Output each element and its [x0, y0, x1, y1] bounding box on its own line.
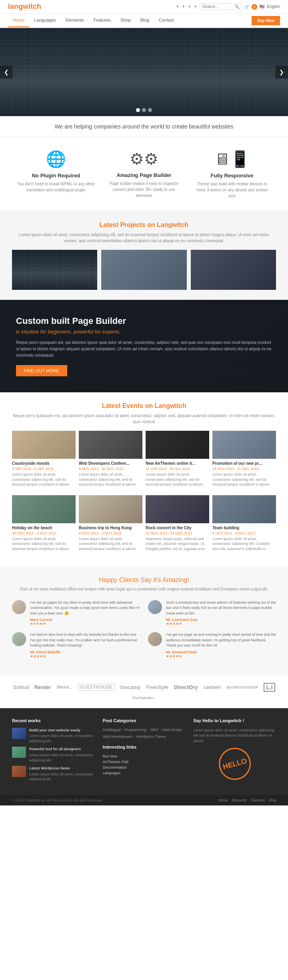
- footer-bottom: © 2015 Copyright by AirThemes.Com, All r…: [0, 795, 288, 805]
- footer-nav-features[interactable]: Features: [250, 798, 265, 802]
- language-label[interactable]: English: [267, 4, 280, 9]
- event-date-8: 6 NOV 2013 · 4 NOV 2013: [212, 531, 276, 535]
- cat-wordpress[interactable]: Wordpress Theme: [136, 735, 166, 739]
- project-item-3[interactable]: [191, 250, 276, 290]
- partners-section: Solitud Render Marine... GUESTHOUSE fooc…: [0, 675, 288, 708]
- partner-guesthouse[interactable]: GUESTHOUSE: [78, 684, 115, 691]
- testimonial-4: I've get my page up and running in prett…: [148, 632, 276, 658]
- partner-render[interactable]: Render: [34, 685, 51, 690]
- partner-foocamp[interactable]: foocamp: [120, 684, 140, 690]
- recent-work-text-1: Build your own website easily Lorem ipsu…: [29, 728, 95, 744]
- event-image-2[interactable]: [79, 431, 142, 459]
- nav-item-home[interactable]: Home: [8, 14, 29, 27]
- footer: Recent works Build your own website easi…: [0, 708, 288, 795]
- event-item-8: Team building 6 NOV 2013 · 4 NOV 2013 Lo…: [212, 495, 276, 552]
- cat-programming[interactable]: Programming: [125, 728, 146, 732]
- partner-freestyle[interactable]: FreeStyle: [146, 684, 168, 690]
- recent-work-desc-3: Lorem ipsum dolor sit amet, consectetur …: [29, 772, 95, 782]
- event-image-6[interactable]: [79, 495, 142, 523]
- partner-solitud[interactable]: Solitud: [13, 684, 29, 690]
- footer-link-documentation[interactable]: Documentation: [103, 765, 186, 769]
- project-item-1[interactable]: [12, 250, 97, 290]
- feature-title-3: Fully Responsive: [192, 173, 272, 179]
- event-desc-1: Lorem ipsum dolor sit amet, consectetur …: [12, 472, 76, 487]
- nav-item-elements[interactable]: Elements: [61, 14, 89, 27]
- find-out-more-button[interactable]: FIND OUT MORE: [16, 365, 67, 376]
- partner-li[interactable]: L.I: [264, 683, 275, 692]
- social-linkedin-icon[interactable]: ✦: [194, 4, 197, 9]
- events-section: Latest Events on Langwitch Neque porro q…: [0, 392, 288, 566]
- testimonials-col-left: I've set up pages for my client in prett…: [12, 600, 140, 665]
- event-image-3[interactable]: [146, 431, 209, 459]
- recent-work-title-3: Latest Wordpress News: [29, 766, 95, 771]
- projects-title: Latest Projects on Langwitch: [12, 221, 276, 229]
- social-pinterest-icon[interactable]: ✦: [182, 4, 185, 9]
- project-item-2[interactable]: [101, 250, 186, 290]
- hero-next-button[interactable]: ❯: [275, 66, 288, 78]
- search-input[interactable]: [202, 4, 234, 9]
- event-image-8[interactable]: [212, 495, 276, 523]
- hero-dot-1[interactable]: [136, 108, 140, 112]
- feature-desc-1: You don't need to install WPML or any ot…: [16, 181, 96, 193]
- buy-now-button[interactable]: Buy Now: [252, 16, 280, 25]
- features-row: 🌐 No Plugin Required You don't need to i…: [0, 138, 288, 211]
- footer-columns: Recent works Build your own website easi…: [12, 718, 276, 785]
- cat-web-design[interactable]: Web Design: [162, 728, 182, 732]
- event-title-2: Web Developers Confere...: [79, 461, 142, 466]
- testimonial-content-1: I've set up pages for my client in prett…: [30, 600, 140, 626]
- partner-marine[interactable]: Marine...: [57, 685, 72, 689]
- footer-hello: Say Hello to Langwitch ! Lorem ipsum dol…: [193, 718, 276, 785]
- footer-link-airthemes[interactable]: AirThemes Club: [103, 760, 186, 764]
- cat-web-development[interactable]: Web Development: [103, 735, 132, 739]
- search-box[interactable]: 🔍: [200, 3, 242, 10]
- event-image-4[interactable]: [212, 431, 276, 459]
- avatar-1: [12, 600, 26, 614]
- nav-item-features[interactable]: Features: [89, 14, 116, 27]
- social-twitter-icon[interactable]: ✦: [176, 4, 179, 9]
- partner-businessfinder[interactable]: BUSINESSFINDER: [226, 685, 258, 689]
- event-desc-8: Lorem ipsum dolor sit amet, consectetur …: [212, 536, 276, 552]
- testimonials-desc: Duis at vel esse incididunt office est t…: [12, 586, 276, 592]
- projects-desc: Lorem ipsum dolor sit amet, consectetur …: [12, 232, 276, 244]
- footer-nav-blog[interactable]: Blog: [269, 798, 276, 802]
- event-desc-2: Lorem ipsum dolor sit amet, consectetur …: [79, 472, 142, 487]
- copyright: © 2015 Copyright by AirThemes.Com, All r…: [12, 798, 103, 802]
- categories-title: Post Categories: [103, 718, 186, 723]
- events-title: Latest Events on Langwitch: [12, 402, 276, 410]
- search-icon[interactable]: 🔍: [234, 4, 239, 9]
- cat-multilingual[interactable]: Multilingual: [103, 728, 121, 732]
- hero-prev-button[interactable]: ❮: [0, 66, 13, 78]
- footer-link-buy-now[interactable]: Buy Now: [103, 754, 186, 758]
- social-twitter2-icon[interactable]: ✦: [188, 4, 191, 9]
- event-date-5: 30 DEC 2013 · 4 NOV 2013: [12, 531, 76, 535]
- nav-item-languages[interactable]: Languages: [29, 14, 60, 27]
- top-bar: langwitch ✦ ✦ ✦ ✦ 🔍 🛒 0 🇺🇸 English: [0, 0, 288, 14]
- cart-icon[interactable]: 🛒: [244, 4, 249, 9]
- partner-directory[interactable]: DirectOry: [174, 684, 198, 690]
- hero-dots: [136, 108, 152, 112]
- partner-carteen[interactable]: carteen: [204, 684, 221, 690]
- event-image-5[interactable]: [12, 495, 76, 523]
- footer-link-languages[interactable]: Languages: [103, 771, 186, 775]
- interesting-links-title: Interesting links: [103, 745, 186, 749]
- events-grid: Countryside moods 3 SEP 2013 · 9 SEP 201…: [12, 431, 276, 556]
- recent-work-text-3: Latest Wordpress News Lorem ipsum dolor …: [29, 766, 95, 782]
- testimonial-content-4: I've get my page up and running in prett…: [166, 632, 276, 658]
- logo[interactable]: langwitch: [8, 2, 41, 11]
- nav-item-contact[interactable]: Contact: [154, 14, 179, 27]
- partner-touroperator[interactable]: TourOperator...: [132, 696, 156, 700]
- recent-work-3: Latest Wordpress News Lorem ipsum dolor …: [12, 766, 95, 782]
- nav-item-shop[interactable]: Shop: [116, 14, 136, 27]
- hero-dot-2[interactable]: [142, 108, 146, 112]
- footer-nav-home[interactable]: Home: [218, 798, 228, 802]
- event-desc-3: Lorem ipsum dolor sit amet, consectetur …: [146, 472, 209, 487]
- event-title-6: Business trip to Hong Kong: [79, 526, 142, 530]
- hello-desc: Lorem ipsum dolor sit amet, consectetur …: [193, 728, 276, 744]
- hero-dot-3[interactable]: [148, 108, 152, 112]
- cat-seo[interactable]: SEO: [150, 728, 158, 732]
- event-image-7[interactable]: [146, 495, 209, 523]
- event-item-1: Countryside moods 3 SEP 2013 · 9 SEP 201…: [12, 431, 76, 487]
- footer-nav-elements[interactable]: Elements: [232, 798, 247, 802]
- nav-item-blog[interactable]: Blog: [136, 14, 154, 27]
- event-image-1[interactable]: [12, 431, 76, 459]
